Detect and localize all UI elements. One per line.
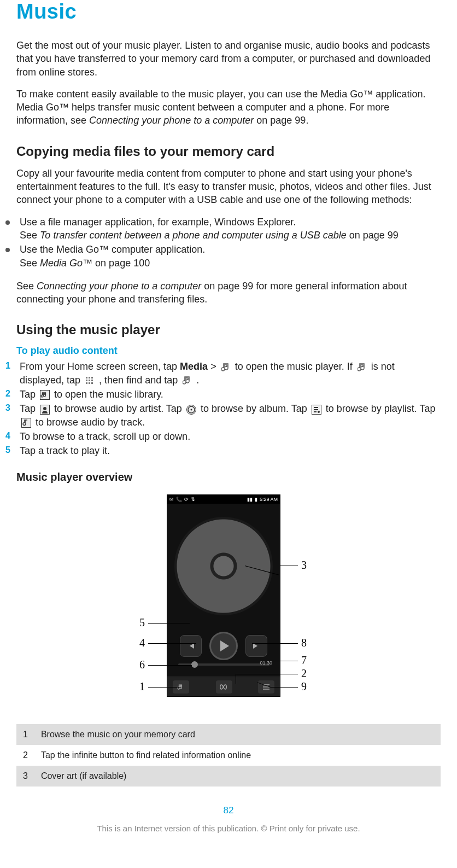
step-3-a: Tap (20, 403, 38, 414)
svg-point-12 (318, 411, 320, 413)
bullet-1-line1: Use a file manager application, for exam… (20, 217, 296, 228)
svg-rect-0 (86, 377, 87, 378)
page-content: Music Get the most out of your music pla… (16, 0, 441, 844)
legend-row-2: 2 Tap the infinite button to find relate… (16, 745, 441, 766)
svg-rect-3 (86, 380, 87, 381)
bullet-1-text: Use a file manager application, for exam… (20, 215, 399, 242)
callout-label-2: 2 (301, 667, 307, 680)
callout-line (148, 643, 196, 644)
intro-p2-reference: Connecting your phone to a computer (89, 115, 254, 126)
step-3-b: to browse audio by artist. Tap (54, 403, 185, 414)
next-button (245, 635, 267, 657)
status-signal-icon: ▮▮ (247, 497, 253, 502)
callout-line (148, 687, 180, 688)
svg-rect-2 (91, 377, 93, 378)
status-sync-icon: ⟳ (184, 497, 189, 502)
bullet-item-1: Use a file manager application, for exam… (5, 215, 441, 242)
overview-heading: Music player overview (16, 471, 441, 483)
step-marker-4: 4 (5, 430, 15, 441)
callout-line (148, 665, 192, 666)
step-marker-2: 2 (5, 388, 15, 399)
callout-label-8: 8 (301, 637, 307, 649)
bullet-2-line2a: See (20, 258, 40, 269)
callout-line (252, 643, 298, 644)
step-marker-5: 5 (5, 444, 15, 455)
step-5-text: Tap a track to play it. (20, 444, 441, 457)
callout-label-6: 6 (139, 659, 145, 671)
bottom-bar (167, 677, 280, 696)
step-1-f: . (196, 375, 199, 386)
infinite-button (216, 680, 232, 694)
bullet-dot-icon (5, 220, 10, 225)
track-icon (21, 417, 32, 428)
bullet-dot-icon (5, 248, 10, 252)
step-4: 4 To browse to a track, scroll up or dow… (5, 430, 441, 443)
step-1-text: From your Home screen screen, tap Media … (20, 360, 441, 387)
section-copying-paragraph: Copy all your favourite media content fr… (16, 167, 441, 207)
music-player-diagram: ✉ 📞 ⟳ ⇅ ▮▮ ▮ 5:29 AM (16, 494, 441, 713)
phone-screen: ✉ 📞 ⟳ ⇅ ▮▮ ▮ 5:29 AM (167, 494, 280, 697)
step-2-text: Tap to open the music library. (20, 388, 441, 401)
step-1-a: From your Home screen screen, tap (20, 361, 180, 372)
step-5: 5 Tap a track to play it. (5, 444, 441, 457)
bullet-1-line2a: See (20, 230, 40, 241)
step-1-c: to open the music player. If (235, 361, 355, 372)
play-button (209, 632, 238, 660)
library-icon (39, 389, 50, 400)
callout-label-9: 9 (301, 680, 307, 693)
step-1-b: > (210, 361, 219, 372)
legend-row-1: 1 Browse the music on your memory card (16, 724, 441, 745)
music-note-icon (356, 362, 367, 373)
step-1-e: , then find and tap (99, 375, 180, 386)
play-audio-subheading: To play audio content (16, 345, 441, 357)
bullet-1-line2b: on page 99 (349, 230, 399, 241)
album-icon (186, 404, 197, 415)
svg-point-11 (190, 409, 192, 410)
step-marker-3: 3 (5, 402, 15, 413)
status-wifi-icon: ⇅ (191, 497, 195, 502)
after-text-a: See (16, 281, 37, 292)
step-1-media-bold: Media (180, 361, 208, 372)
svg-rect-4 (89, 380, 90, 381)
legend-text-1: Browse the music on your memory card (34, 724, 441, 745)
callout-line (148, 623, 190, 624)
svg-rect-5 (91, 380, 93, 381)
page-number: 82 (16, 805, 441, 816)
legend-num-1: 1 (16, 724, 34, 745)
progress-knob (191, 661, 198, 668)
cover-art-disc (174, 517, 273, 615)
callout-line (268, 661, 298, 661)
svg-rect-6 (86, 382, 87, 384)
phone-status-bar: ✉ 📞 ⟳ ⇅ ▮▮ ▮ 5:29 AM (167, 495, 280, 504)
after-reference: Connecting your phone to a computer (37, 281, 201, 292)
step-3-d: to browse by playlist. Tap (326, 403, 436, 414)
svg-rect-7 (89, 382, 90, 384)
step-3: 3 Tap to browse audio by artist. Tap to … (5, 402, 441, 429)
status-time: 5:29 AM (260, 497, 278, 502)
app-grid-icon (84, 375, 95, 386)
bullet-2-reference: Media Go™ (40, 258, 92, 269)
music-note-icon (181, 375, 192, 386)
music-note-icon (220, 362, 231, 373)
previous-button (180, 635, 202, 657)
callout-label-5: 5 (139, 616, 145, 629)
svg-point-9 (43, 407, 46, 410)
footer-note: This is an Internet version of this publ… (16, 824, 441, 844)
intro-p2-text-b: on page 99. (256, 115, 308, 126)
callout-label-7: 7 (301, 654, 307, 667)
step-3-e: to browse audio by track. (36, 417, 145, 428)
status-call-icon: 📞 (176, 497, 182, 502)
section-copying-heading: Copying media files to your memory card (16, 144, 441, 159)
step-2-b: to open the music library. (54, 389, 163, 400)
callout-label-4: 4 (139, 637, 145, 649)
legend-table: 1 Browse the music on your memory card 2… (16, 724, 441, 787)
legend-text-2: Tap the infinite button to find related … (34, 745, 441, 766)
step-2: 2 Tap to open the music library. (5, 388, 441, 401)
step-4-text: To browse to a track, scroll up or down. (20, 430, 441, 443)
intro-paragraph-2: To make content easily available to the … (16, 88, 441, 127)
bullet-1-reference: To transfer content between a phone and … (40, 230, 347, 241)
artist-icon (39, 404, 50, 415)
progress-bar (178, 663, 270, 666)
section-using-heading: Using the music player (16, 322, 441, 337)
callout-label-3: 3 (301, 559, 307, 572)
